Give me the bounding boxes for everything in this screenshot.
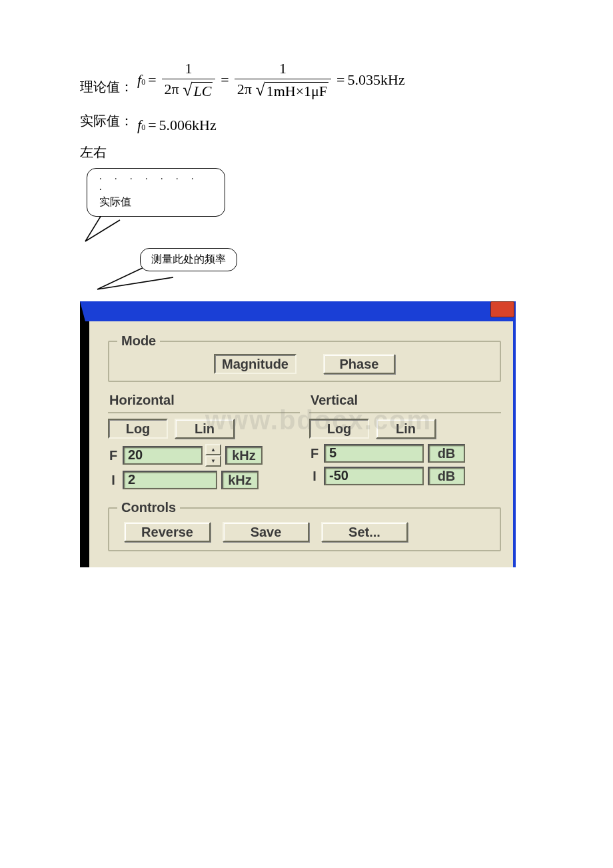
vertical-lin-button[interactable]: Lin: [376, 419, 436, 439]
mode-legend: Mode: [117, 333, 160, 349]
vertical-title: Vertical: [310, 393, 501, 408]
save-button[interactable]: Save: [223, 522, 309, 542]
horizontal-group: Horizontal Log Lin F 20 ▲ ▼ kHz: [108, 389, 300, 493]
horizontal-title: Horizontal: [109, 393, 300, 408]
controls-legend: Controls: [117, 500, 180, 515]
vertical-group: Vertical Log Lin F 5 dB I -50 dB: [309, 389, 501, 493]
horizontal-log-button[interactable]: Log: [108, 419, 168, 439]
controls-group: Controls Reverse Save Set...: [108, 500, 501, 551]
horizontal-F-label: F: [108, 448, 119, 463]
bode-settings-window: www.bdocx.com Mode Magnitude Phase Horiz…: [80, 301, 516, 567]
callouts-area: · · · · · · · · 实际值 测量此处的频率: [80, 168, 533, 288]
callout-actual-value: · · · · · · · · 实际值: [87, 168, 225, 217]
theory-value-line: 理论值： f0 = 1 2π √LC = 1 2π √1mH×1μF: [80, 60, 533, 100]
horizontal-I-unit: kHz: [221, 471, 259, 489]
vertical-F-input[interactable]: 5: [324, 444, 424, 463]
actual-formula: f0 = 5.006kHz: [137, 117, 217, 134]
actual-label: 实际值：: [80, 112, 133, 134]
magnitude-button[interactable]: Magnitude: [214, 354, 297, 374]
close-icon[interactable]: [490, 301, 514, 317]
spinner-down-icon[interactable]: ▼: [205, 455, 221, 467]
spinner-up-icon[interactable]: ▲: [205, 444, 221, 455]
actual-value-line: 实际值： f0 = 5.006kHz: [80, 112, 533, 134]
theory-label: 理论值：: [80, 78, 133, 100]
theory-formula: f0 = 1 2π √LC = 1 2π √1mH×1μF = 5.035k: [137, 60, 405, 100]
horizontal-F-spinner[interactable]: ▲ ▼: [205, 444, 221, 467]
vertical-I-unit: dB: [428, 467, 465, 485]
vertical-I-label: I: [309, 469, 320, 484]
horizontal-F-input[interactable]: 20: [123, 446, 203, 465]
callout-measure-freq: 测量此处的频率: [140, 248, 237, 271]
mode-group: Mode Magnitude Phase: [108, 333, 501, 382]
phase-button[interactable]: Phase: [323, 354, 395, 374]
horizontal-I-label: I: [108, 473, 119, 488]
horizontal-F-unit: kHz: [225, 446, 263, 465]
reverse-button[interactable]: Reverse: [124, 522, 211, 542]
approx-line: 左右: [80, 143, 533, 161]
vertical-log-button[interactable]: Log: [309, 419, 369, 439]
callout-dots: · · · · · · · ·: [99, 174, 213, 195]
callout-actual-text: 实际值: [99, 195, 213, 209]
vertical-I-input[interactable]: -50: [324, 467, 424, 485]
horizontal-I-input[interactable]: 2: [123, 471, 217, 489]
horizontal-lin-button[interactable]: Lin: [175, 419, 235, 439]
set-button[interactable]: Set...: [321, 522, 408, 542]
vertical-F-unit: dB: [428, 444, 465, 463]
vertical-F-label: F: [309, 446, 320, 461]
